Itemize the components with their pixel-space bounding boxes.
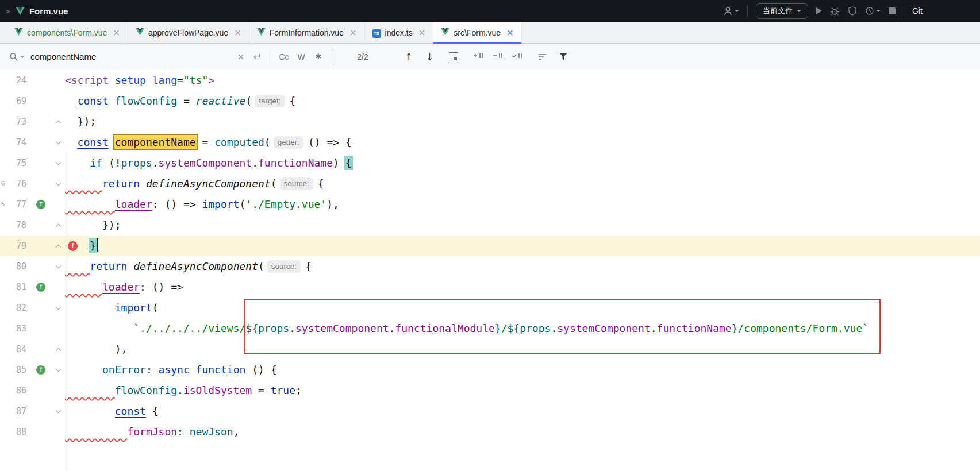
code-text: loader: () => import('./Empty.vue'), — [65, 194, 339, 215]
coverage-button[interactable] — [848, 6, 857, 16]
code-token: () { — [245, 364, 276, 376]
fold-up-icon[interactable] — [56, 346, 61, 352]
close-tab-icon[interactable]: × — [234, 28, 241, 38]
line-number[interactable]: 73 — [0, 111, 26, 132]
fold-up-icon[interactable] — [56, 222, 61, 227]
remove-selection-icon[interactable] — [491, 51, 503, 63]
code-line-80[interactable]: 80 return defineAsyncComponent(source:{ — [0, 256, 980, 277]
code-text: loader: () => — [65, 277, 183, 298]
debug-button[interactable] — [830, 6, 840, 16]
close-tab-icon[interactable]: × — [113, 28, 120, 38]
code-line-79[interactable]: 79! } — [0, 235, 980, 256]
gutter-arrow-icon[interactable]: ↑ — [36, 365, 45, 375]
code-line-73[interactable]: 73 }); — [0, 111, 980, 132]
error-icon[interactable]: ! — [68, 241, 78, 251]
code-token: ), — [326, 198, 339, 210]
fold-down-icon[interactable] — [56, 408, 61, 414]
match-case-toggle[interactable]: Cc — [275, 52, 293, 61]
fold-down-icon[interactable] — [56, 140, 61, 145]
add-selection-icon[interactable] — [472, 51, 483, 63]
code-token: formJson — [127, 426, 177, 438]
stop-button[interactable] — [889, 7, 896, 14]
line-number[interactable]: 75 — [0, 153, 26, 173]
open-in-find-window-icon[interactable] — [449, 52, 458, 61]
line-number[interactable]: 79 — [0, 235, 26, 256]
code-line-88[interactable]: 88 formJson: newJson, — [0, 422, 980, 442]
search-options-icon[interactable] — [537, 52, 547, 61]
tab-forminformation.vue[interactable]: FormInformation.vue× — [249, 22, 365, 43]
run-button[interactable] — [816, 7, 822, 14]
fold-up-icon[interactable] — [56, 243, 61, 248]
code-editor[interactable]: 24<script setup lang="ts">69 const flowC… — [0, 70, 980, 471]
filter-icon[interactable] — [559, 52, 568, 61]
code-token — [109, 136, 115, 148]
code-line-78[interactable]: 78 }); — [0, 215, 980, 235]
line-number[interactable]: 24 — [0, 70, 26, 91]
code-line-77[interactable]: 775↑ loader: () => import('./Empty.vue')… — [0, 194, 980, 215]
line-number[interactable]: 87 — [0, 401, 26, 422]
text-caret — [97, 238, 98, 252]
line-number[interactable]: 83 — [0, 318, 26, 339]
line-number[interactable]: 88 — [0, 422, 26, 442]
code-line-75[interactable]: 75 if (!props.systemComponent.functionNa… — [0, 153, 980, 173]
next-match-button[interactable]: ↓ — [425, 51, 433, 63]
code-line-85[interactable]: 85↑ onError: async function () { — [0, 360, 980, 380]
run-configuration-button[interactable]: 当前文件 — [756, 3, 808, 19]
code-line-69[interactable]: 69 const flowConfig = reactive(target:{ — [0, 91, 980, 111]
gutter-arrow-icon[interactable]: ↑ — [36, 283, 45, 292]
line-number[interactable]: 84 — [0, 339, 26, 360]
tab-index.ts[interactable]: TSindex.ts× — [365, 22, 434, 43]
search-mode-button[interactable] — [9, 52, 25, 61]
code-token: : — [146, 364, 159, 376]
close-tab-icon[interactable]: × — [349, 28, 357, 38]
code-token: if — [90, 157, 102, 169]
vue-file-icon — [14, 28, 23, 37]
line-number[interactable]: 69 — [0, 91, 26, 111]
code-token: ; — [295, 384, 302, 396]
previous-match-button[interactable]: ↑ — [405, 51, 413, 63]
code-token: <script — [65, 74, 109, 86]
search-input[interactable] — [29, 51, 234, 62]
fold-down-icon[interactable] — [56, 305, 61, 310]
line-number[interactable]: 86 — [0, 380, 26, 401]
code-token: props — [121, 157, 152, 169]
close-tab-icon[interactable]: × — [506, 28, 514, 38]
line-number[interactable]: 85 — [0, 360, 26, 380]
line-number[interactable]: 80 — [0, 256, 26, 277]
fold-down-icon[interactable] — [56, 181, 61, 186]
whole-words-toggle[interactable]: W — [293, 52, 310, 61]
gutter-arrow-icon[interactable]: ↑ — [36, 200, 45, 209]
code-line-86[interactable]: 86 flowConfig.isOldSystem = true; — [0, 380, 980, 401]
close-tab-icon[interactable]: × — [418, 28, 426, 38]
annotation-red-box — [244, 299, 881, 354]
code-line-87[interactable]: 87 const { — [0, 401, 980, 422]
line-number[interactable]: 82 — [0, 298, 26, 318]
fold-down-icon[interactable] — [56, 367, 61, 372]
profiler-button[interactable] — [865, 6, 881, 16]
line-number[interactable]: 81 — [0, 277, 26, 298]
code-line-76[interactable]: 766 return defineAsyncComponent(source:{ — [0, 173, 980, 194]
editor-tab-bar: components\Form.vue×approveFlowPage.vue×… — [0, 22, 980, 44]
code-line-24[interactable]: 24<script setup lang="ts"> — [0, 70, 980, 91]
line-number[interactable]: 74 — [0, 132, 26, 153]
user-account-button[interactable] — [723, 6, 739, 16]
select-all-matches-icon[interactable] — [511, 51, 522, 63]
regex-toggle[interactable]: ✱ — [310, 52, 327, 61]
code-line-81[interactable]: 81↑ loader: () => — [0, 277, 980, 298]
line-number[interactable]: 78 — [0, 215, 26, 235]
code-token: ( — [245, 95, 252, 107]
fold-down-icon[interactable] — [56, 264, 61, 269]
newline-icon[interactable] — [252, 52, 261, 61]
tab-components-form.vue[interactable]: components\Form.vue× — [7, 22, 128, 43]
clear-search-icon[interactable]: × — [234, 51, 248, 62]
tab-approveflowpage.vue[interactable]: approveFlowPage.vue× — [128, 22, 249, 43]
code-line-74[interactable]: 74 const componentName = computed(getter… — [0, 132, 980, 153]
tab-label: index.ts — [385, 28, 413, 37]
tab-src-form.vue[interactable]: src\Form.vue× — [433, 22, 521, 43]
code-token — [109, 95, 115, 107]
fold-up-icon[interactable] — [56, 119, 61, 124]
fold-down-icon[interactable] — [56, 160, 61, 165]
git-widget[interactable]: Git — [912, 6, 923, 16]
indent-whitespace — [65, 343, 115, 355]
parameter-hint: getter: — [274, 136, 303, 149]
